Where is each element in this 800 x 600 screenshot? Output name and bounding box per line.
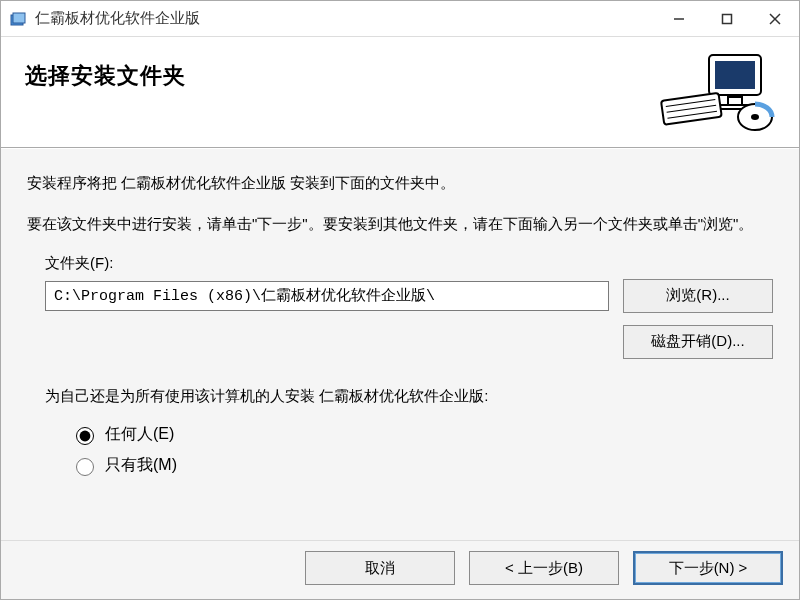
folder-input[interactable] xyxy=(45,281,609,311)
install-for-radio-group: 任何人(E) 只有我(M) xyxy=(71,424,773,476)
browse-button[interactable]: 浏览(R)... xyxy=(623,279,773,313)
radio-everyone[interactable]: 任何人(E) xyxy=(71,424,773,445)
app-icon xyxy=(9,10,27,28)
close-button[interactable] xyxy=(751,1,799,37)
instruction-line-2: 要在该文件夹中进行安装，请单击"下一步"。要安装到其他文件夹，请在下面输入另一个… xyxy=(27,212,773,235)
installer-window: 仁霸板材优化软件企业版 选择安装文件夹 xyxy=(0,0,800,600)
disk-cost-button[interactable]: 磁盘开销(D)... xyxy=(623,325,773,359)
svg-rect-1 xyxy=(13,13,25,23)
disk-cost-row: 磁盘开销(D)... xyxy=(45,325,773,359)
cancel-button[interactable]: 取消 xyxy=(305,551,455,585)
radio-everyone-label: 任何人(E) xyxy=(105,424,174,445)
window-controls xyxy=(655,1,799,37)
radio-justme-label: 只有我(M) xyxy=(105,455,177,476)
folder-label: 文件夹(F): xyxy=(45,254,773,273)
installer-art-icon xyxy=(655,53,775,133)
next-button[interactable]: 下一步(N) > xyxy=(633,551,783,585)
radio-justme-input[interactable] xyxy=(76,458,94,476)
install-for-label: 为自己还是为所有使用该计算机的人安装 仁霸板材优化软件企业版: xyxy=(45,387,773,406)
svg-rect-3 xyxy=(723,14,732,23)
svg-rect-7 xyxy=(715,61,755,89)
folder-row: 浏览(R)... xyxy=(45,279,773,313)
minimize-button[interactable] xyxy=(655,1,703,37)
svg-rect-8 xyxy=(728,97,742,105)
titlebar: 仁霸板材优化软件企业版 xyxy=(1,1,799,37)
radio-everyone-input[interactable] xyxy=(76,427,94,445)
body-panel: 安装程序将把 仁霸板材优化软件企业版 安装到下面的文件夹中。 要在该文件夹中进行… xyxy=(1,148,799,540)
window-title: 仁霸板材优化软件企业版 xyxy=(35,9,655,28)
page-heading: 选择安装文件夹 xyxy=(25,61,186,91)
footer: 取消 < 上一步(B) 下一步(N) > xyxy=(1,540,799,599)
radio-justme[interactable]: 只有我(M) xyxy=(71,455,773,476)
header-panel: 选择安装文件夹 xyxy=(1,37,799,148)
instruction-line-1: 安装程序将把 仁霸板材优化软件企业版 安装到下面的文件夹中。 xyxy=(27,171,773,194)
back-button[interactable]: < 上一步(B) xyxy=(469,551,619,585)
maximize-button[interactable] xyxy=(703,1,751,37)
svg-point-15 xyxy=(751,114,759,120)
